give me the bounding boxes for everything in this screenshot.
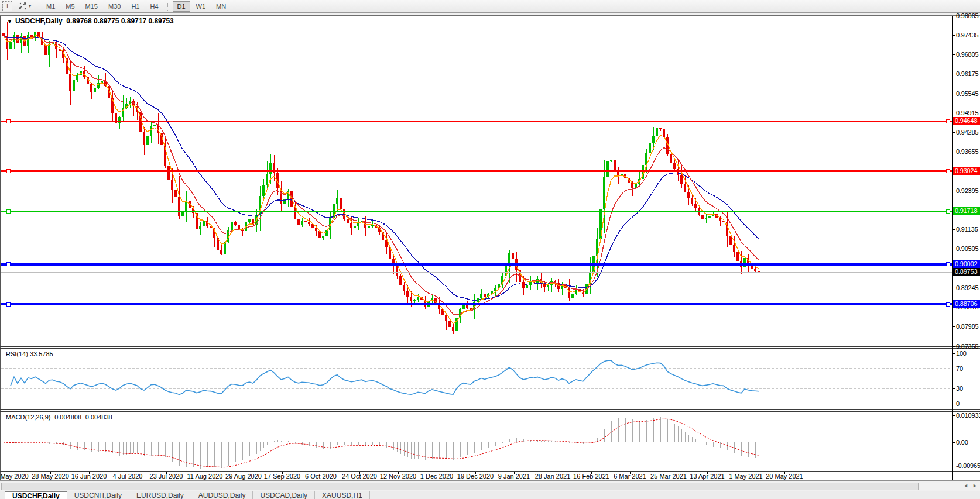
candlestick-chart-canvas[interactable] bbox=[0, 0, 980, 499]
line-handle[interactable] bbox=[946, 302, 950, 306]
candle-body bbox=[687, 192, 690, 198]
tab-usdchf[interactable]: USDCHF,Daily bbox=[5, 491, 67, 499]
candle-body bbox=[413, 300, 416, 301]
candle-body bbox=[754, 269, 756, 271]
date-label: 6 Mar 2021 bbox=[614, 473, 646, 480]
candle-body bbox=[354, 226, 356, 228]
chart-title: ▼USDCHF,Daily 0.89768 0.89775 0.89717 0.… bbox=[7, 17, 174, 25]
candle-body bbox=[701, 215, 704, 219]
date-label: 12 Nov 2020 bbox=[380, 473, 416, 480]
line-price-badge: 0.91718 bbox=[953, 207, 980, 215]
tab-usdcad[interactable]: USDCAD,Daily bbox=[253, 491, 315, 499]
price-tick bbox=[952, 229, 955, 230]
candle-body bbox=[659, 128, 662, 129]
candle-body bbox=[448, 321, 451, 327]
price-tick bbox=[952, 346, 955, 347]
date-label: 13 Apr 2021 bbox=[690, 473, 724, 480]
rsi-line bbox=[11, 360, 759, 394]
panel-separator[interactable] bbox=[0, 409, 980, 410]
price-tick-label: 0.96175 bbox=[956, 70, 978, 77]
candle-body bbox=[269, 163, 272, 174]
price-tick-label: 0.94285 bbox=[956, 129, 978, 136]
candle-body bbox=[44, 45, 47, 55]
macd-panel bbox=[4, 417, 759, 469]
tab-eurusd[interactable]: EURUSD,Daily bbox=[129, 491, 191, 499]
price-tick-label: 0.98065 bbox=[956, 12, 978, 19]
line-handle[interactable] bbox=[946, 119, 950, 123]
scrollbar-thumb[interactable] bbox=[1, 483, 919, 490]
price-tick bbox=[952, 16, 955, 16]
candle-body bbox=[27, 35, 29, 46]
candle-body bbox=[631, 183, 633, 189]
line-handle[interactable] bbox=[6, 302, 10, 306]
price-tick-label: 0.91135 bbox=[956, 226, 978, 233]
price-tick bbox=[952, 191, 955, 191]
candle-body bbox=[220, 250, 222, 254]
candle-body bbox=[234, 222, 237, 225]
tab-usdcnh[interactable]: USDCNH,Daily bbox=[67, 491, 129, 499]
price-tick bbox=[952, 54, 955, 55]
tab-audusd[interactable]: AUDUSD,Daily bbox=[191, 491, 253, 499]
candle-body bbox=[2, 33, 5, 36]
candle-body bbox=[304, 221, 307, 222]
candle-body bbox=[417, 297, 419, 300]
date-label: 1 May 2021 bbox=[729, 473, 762, 480]
candle-body bbox=[350, 223, 352, 228]
price-tick-label: 0.95545 bbox=[956, 90, 978, 97]
price-tick-label: 0.87985 bbox=[956, 323, 978, 330]
line-handle[interactable] bbox=[6, 209, 10, 213]
macd-tick bbox=[952, 442, 955, 443]
date-label: 11 Aug 2020 bbox=[187, 473, 223, 480]
line-handle[interactable] bbox=[6, 170, 10, 173]
line-handle[interactable] bbox=[946, 209, 950, 213]
candle-body bbox=[494, 288, 496, 291]
price-tick bbox=[952, 326, 955, 327]
candle-body bbox=[368, 226, 370, 228]
macd-tick-label: 0.00 bbox=[956, 439, 968, 446]
line-handle[interactable] bbox=[6, 119, 10, 123]
price-tick bbox=[952, 94, 955, 94]
price-tick-label: 0.89245 bbox=[956, 284, 978, 291]
candle-body bbox=[663, 129, 665, 137]
rsi-tick-label: 100 bbox=[956, 350, 967, 357]
line-handle[interactable] bbox=[6, 263, 10, 266]
scroll-left-icon[interactable]: ◄ bbox=[961, 482, 970, 490]
candle-body bbox=[522, 282, 525, 288]
price-tick bbox=[952, 249, 955, 249]
date-label: 28 May 2020 bbox=[32, 473, 69, 480]
date-label: 28 Jan 2021 bbox=[535, 473, 571, 480]
price-tick bbox=[952, 113, 955, 113]
horizontal-scrollbar[interactable]: ◄ ► bbox=[0, 481, 980, 491]
rsi-tick bbox=[952, 369, 955, 369]
candle-body bbox=[287, 191, 289, 199]
line-price-badge: 0.90002 bbox=[953, 260, 980, 268]
date-label: 29 Aug 2020 bbox=[225, 473, 262, 480]
price-tick-label: 0.92395 bbox=[956, 187, 978, 194]
rsi-tick-label: 0 bbox=[956, 400, 960, 407]
symbol-dropdown-icon[interactable]: ▼ bbox=[7, 19, 12, 25]
candle-body bbox=[90, 84, 92, 92]
line-price-badge: 0.93024 bbox=[953, 167, 980, 175]
candle-body bbox=[69, 74, 71, 91]
macd-tick bbox=[952, 415, 955, 416]
line-handle[interactable] bbox=[946, 170, 950, 173]
candle-body bbox=[262, 185, 265, 196]
candle-body bbox=[673, 163, 676, 169]
ma-fast-line bbox=[4, 36, 759, 324]
line-handle[interactable] bbox=[946, 263, 950, 266]
price-tick-label: 0.93655 bbox=[956, 148, 978, 155]
price-tick bbox=[952, 288, 955, 288]
date-label: 19 Dec 2020 bbox=[457, 473, 494, 480]
candle-body bbox=[610, 160, 612, 161]
scroll-right-icon[interactable]: ► bbox=[971, 482, 979, 490]
price-tick-label: 0.96805 bbox=[956, 51, 978, 58]
panel-separator[interactable] bbox=[0, 346, 980, 347]
tab-xauusd[interactable]: XAUUSD,H1 bbox=[315, 491, 370, 499]
candle-body bbox=[150, 126, 152, 136]
candle-body bbox=[603, 177, 605, 209]
candle-body bbox=[301, 221, 303, 224]
macd-tick bbox=[952, 466, 955, 466]
date-axis-border bbox=[0, 471, 980, 472]
line-price-badge: 0.88706 bbox=[953, 300, 980, 308]
candle-body bbox=[399, 276, 402, 285]
